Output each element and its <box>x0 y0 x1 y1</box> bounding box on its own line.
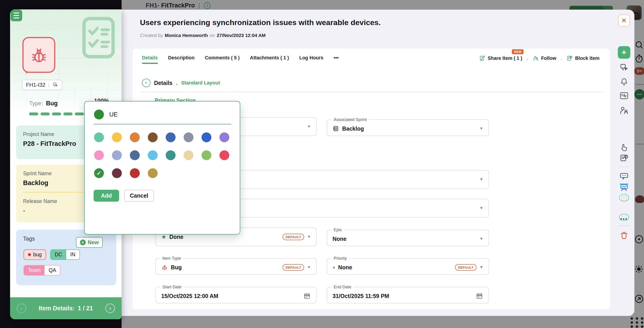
color-swatch[interactable] <box>202 150 212 160</box>
block-item-button[interactable]: Block Item <box>566 55 600 61</box>
color-swatch[interactable]: ✓ <box>94 168 104 178</box>
duplicate-icon[interactable] <box>619 63 629 73</box>
tags-card: Tags + New bug DC IN Team QA <box>16 230 116 285</box>
tag-in-label: IN <box>66 250 80 259</box>
previous-item-button[interactable]: ‹ <box>17 303 26 313</box>
item-actions: Share Item ( 1 ) NEW . Follow . Block It… <box>479 55 600 61</box>
copy-icon[interactable] <box>52 82 58 88</box>
standard-layout-link[interactable]: Standard Layout <box>181 80 220 86</box>
priority-field[interactable]: Priority ● None DEFAULT ▼ <box>327 256 489 275</box>
calendar-icon[interactable] <box>303 292 311 300</box>
color-swatch[interactable] <box>112 168 122 178</box>
color-swatch[interactable] <box>184 132 194 142</box>
follow-button[interactable]: Follow <box>532 55 556 61</box>
color-swatch[interactable] <box>130 132 140 142</box>
type-value: Bug <box>46 100 58 107</box>
add-item-button[interactable]: + <box>618 46 630 59</box>
tab-attachments[interactable]: Attachments ( 1 ) <box>250 55 289 64</box>
color-swatch[interactable] <box>112 150 122 160</box>
end-date-field[interactable]: End Date 31/Oct/2025 11:59 PM <box>327 284 489 303</box>
color-swatch[interactable] <box>130 150 140 160</box>
whiteboard-icon[interactable] <box>619 182 629 192</box>
item-type-field[interactable]: Item Type Bug DEFAULT ▼ <box>156 256 317 275</box>
color-swatch[interactable] <box>148 168 158 178</box>
tag-qa-label: QA <box>44 265 60 275</box>
item-id-chip[interactable]: FH1-I32 | <box>22 80 62 90</box>
epic-value: None <box>332 236 347 242</box>
tab-log-hours[interactable]: Log Hours <box>300 55 324 64</box>
color-swatch[interactable] <box>220 150 229 160</box>
default-badge: DEFAULT <box>282 264 304 271</box>
team-members-icon[interactable] <box>619 106 629 115</box>
color-swatch[interactable] <box>202 132 212 142</box>
item-title: Users experiencing synchronization issue… <box>140 18 381 27</box>
tag-team-qa[interactable]: Team QA <box>24 265 60 275</box>
associated-sprint-label: Associated Sprint <box>332 117 369 122</box>
notifications-bell-icon[interactable] <box>619 77 629 87</box>
block-item-icon[interactable] <box>619 153 629 163</box>
color-swatch[interactable] <box>166 150 176 160</box>
color-swatch[interactable] <box>220 132 229 142</box>
created-line: Created by Monica Hemsworth on 27/Nov/20… <box>140 33 266 38</box>
cancel-button[interactable]: Cancel <box>124 190 154 202</box>
tag-dc-in[interactable]: DC IN <box>50 249 80 260</box>
color-swatch[interactable] <box>94 150 104 160</box>
caret-down-icon: ▼ <box>307 235 311 239</box>
color-swatch[interactable] <box>148 132 158 142</box>
comments-bubble-icon[interactable] <box>619 172 629 181</box>
color-swatch[interactable] <box>166 132 176 142</box>
epic-label: Epic <box>332 227 344 232</box>
item-pagination-bar: ‹ Item Details: 1 / 21 › <box>10 297 122 319</box>
tag-color-picker-popup: ✓ Add Cancel <box>84 101 240 235</box>
type-row: Type: Bug <box>29 100 58 107</box>
tab-details[interactable]: Details <box>142 55 158 64</box>
share-item-button[interactable]: Share Item ( 1 ) NEW <box>479 55 522 61</box>
pointer-hand-icon[interactable] <box>619 143 629 152</box>
screen: FH1- FitTrackPro | i ⚙ 9+ Users experien… <box>0 0 644 328</box>
tab-comments[interactable]: Comments ( 5 ) <box>205 55 240 64</box>
sticker-doc-icon[interactable] <box>619 194 629 202</box>
new-tag-button[interactable]: + New <box>76 237 103 248</box>
start-date-value: 15/Oct/2025 12:00 AM <box>161 293 218 299</box>
pagination-text: Item Details: 1 / 21 <box>39 305 93 312</box>
color-swatch[interactable] <box>130 168 140 178</box>
dashed-divider <box>140 92 602 92</box>
start-date-label: Start Date <box>160 284 184 289</box>
share-item-label: Share Item ( 1 ) <box>488 56 522 61</box>
start-date-field[interactable]: Start Date 15/Oct/2025 12:00 AM <box>156 284 317 303</box>
tab-more[interactable]: ••• <box>334 55 339 64</box>
item-type-value: Bug <box>171 264 182 271</box>
color-swatch[interactable] <box>94 132 104 142</box>
color-swatch-grid: ✓ <box>94 132 229 178</box>
color-swatch[interactable] <box>184 150 194 160</box>
add-tag-button[interactable]: Add <box>94 190 119 202</box>
caret-down-icon: ▼ <box>307 124 311 129</box>
tag-name-row <box>94 109 231 124</box>
next-item-button[interactable]: › <box>106 303 115 313</box>
tab-description[interactable]: Description <box>168 55 194 64</box>
follow-label: Follow <box>541 56 556 61</box>
calendar-icon[interactable] <box>476 292 483 300</box>
bug-icon <box>30 46 48 64</box>
tag-team-label: Team <box>24 265 44 275</box>
associated-sprint-field[interactable]: Associated Sprint Backlog ▼ <box>327 117 489 136</box>
end-date-label: End Date <box>332 284 353 289</box>
epic-field[interactable]: Epic None ▼ <box>327 227 489 246</box>
color-swatch[interactable] <box>112 132 122 142</box>
created-date: 27/Nov/2023 12:04 AM <box>217 33 266 38</box>
bug-icon <box>161 264 168 271</box>
default-badge: DEFAULT <box>455 264 476 271</box>
tag-bug[interactable]: bug <box>24 249 46 260</box>
color-swatch[interactable] <box>148 150 158 160</box>
activity-monitor-icon[interactable] <box>619 91 629 100</box>
priority-value: None <box>338 264 352 271</box>
delete-trash-icon[interactable] <box>619 230 629 240</box>
hamburger-menu-button[interactable] <box>10 10 22 21</box>
tag-name-input[interactable] <box>109 111 217 118</box>
close-modal-button[interactable]: ✕ <box>618 15 630 27</box>
collapse-section-icon[interactable] <box>142 79 150 87</box>
more-options-icon[interactable]: ••• <box>620 216 628 222</box>
default-badge: DEFAULT <box>282 234 304 240</box>
caret-down-icon: ▼ <box>480 177 483 182</box>
picker-buttons: Add Cancel <box>94 190 231 202</box>
